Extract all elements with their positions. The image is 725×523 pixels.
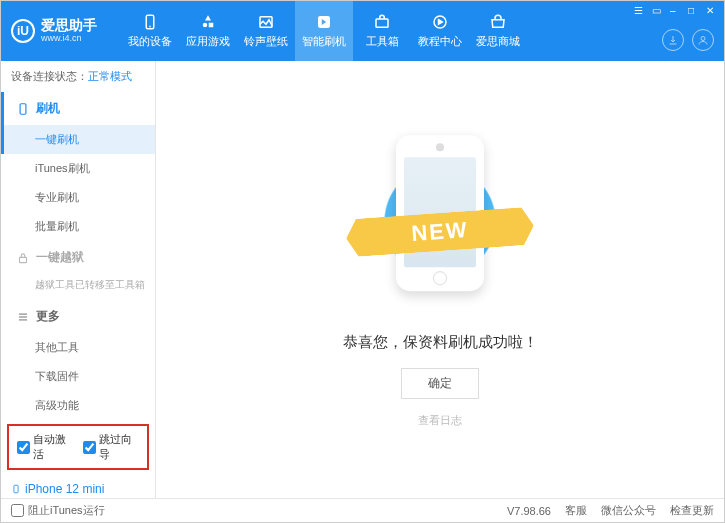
nav-apps[interactable]: 应用游戏 (179, 1, 237, 61)
phone-icon (11, 482, 21, 496)
minimize-icon[interactable]: – (670, 5, 682, 17)
nav-ringtone[interactable]: 铃声壁纸 (237, 1, 295, 61)
main-content: NEW 恭喜您，保资料刷机成功啦！ 确定 查看日志 (156, 61, 724, 498)
sidebar-item-batch[interactable]: 批量刷机 (1, 212, 155, 241)
nav-label: 工具箱 (366, 34, 399, 49)
menu-icon (16, 310, 30, 324)
app-title: 爱思助手 (41, 18, 97, 33)
nav-label: 铃声壁纸 (244, 34, 288, 49)
skin-icon[interactable]: ▭ (652, 5, 664, 17)
options-highlight: 自动激活 跳过向导 (7, 424, 149, 470)
logo: iU 爱思助手 www.i4.cn (1, 18, 121, 43)
window-controls: ☰ ▭ – □ ✕ (634, 5, 718, 17)
app-url: www.i4.cn (41, 34, 97, 44)
phone-icon (141, 13, 159, 31)
app-header: iU 爱思助手 www.i4.cn 我的设备 应用游戏 铃声壁纸 智能刷机 工具… (1, 1, 724, 61)
maximize-icon[interactable]: □ (688, 5, 700, 17)
svg-point-8 (701, 37, 705, 41)
section-label: 刷机 (36, 100, 60, 117)
sidebar-item-other[interactable]: 其他工具 (1, 333, 155, 362)
lock-icon (16, 251, 30, 265)
phone-icon (16, 102, 30, 116)
block-itunes-checkbox[interactable]: 阻止iTunes运行 (11, 503, 105, 518)
section-label: 一键越狱 (36, 249, 84, 266)
svg-point-2 (203, 23, 208, 28)
nav-my-device[interactable]: 我的设备 (121, 1, 179, 61)
support-link[interactable]: 客服 (565, 503, 587, 518)
auto-activate-checkbox[interactable]: 自动激活 (17, 432, 73, 462)
svg-rect-9 (20, 103, 26, 114)
main-nav: 我的设备 应用游戏 铃声壁纸 智能刷机 工具箱 教程中心 爱思商城 (121, 1, 527, 61)
nav-tutorial[interactable]: 教程中心 (411, 1, 469, 61)
section-flash[interactable]: 刷机 (1, 92, 155, 125)
nav-toolbox[interactable]: 工具箱 (353, 1, 411, 61)
version-text: V7.98.66 (507, 505, 551, 517)
nav-label: 智能刷机 (302, 34, 346, 49)
footer: 阻止iTunes运行 V7.98.66 客服 微信公众号 检查更新 (1, 498, 724, 522)
close-icon[interactable]: ✕ (706, 5, 718, 17)
nav-store[interactable]: 爱思商城 (469, 1, 527, 61)
svg-rect-6 (376, 19, 388, 27)
sidebar: 设备连接状态：正常模式 刷机 一键刷机 iTunes刷机 专业刷机 批量刷机 一… (1, 61, 156, 498)
nav-flash[interactable]: 智能刷机 (295, 1, 353, 61)
apps-icon (199, 13, 217, 31)
logo-icon: iU (11, 19, 35, 43)
device-name-text: iPhone 12 mini (25, 482, 104, 496)
skip-guide-checkbox[interactable]: 跳过向导 (83, 432, 139, 462)
store-icon (489, 13, 507, 31)
wallpaper-icon (257, 13, 275, 31)
sidebar-item-oneclick[interactable]: 一键刷机 (1, 125, 155, 154)
sidebar-item-pro[interactable]: 专业刷机 (1, 183, 155, 212)
flash-icon (315, 13, 333, 31)
section-more[interactable]: 更多 (1, 300, 155, 333)
sidebar-item-itunes[interactable]: iTunes刷机 (1, 154, 155, 183)
user-button[interactable] (692, 29, 714, 51)
jailbreak-note: 越狱工具已转移至工具箱 (1, 274, 155, 300)
svg-rect-10 (20, 257, 27, 262)
nav-label: 我的设备 (128, 34, 172, 49)
download-button[interactable] (662, 29, 684, 51)
section-label: 更多 (36, 308, 60, 325)
sidebar-item-firmware[interactable]: 下载固件 (1, 362, 155, 391)
update-link[interactable]: 检查更新 (670, 503, 714, 518)
nav-label: 教程中心 (418, 34, 462, 49)
svg-rect-14 (14, 485, 18, 493)
tutorial-icon (431, 13, 449, 31)
sidebar-item-advanced[interactable]: 高级功能 (1, 391, 155, 420)
connection-status: 设备连接状态：正常模式 (1, 61, 155, 92)
ok-button[interactable]: 确定 (401, 368, 479, 399)
nav-label: 应用游戏 (186, 34, 230, 49)
success-illustration: NEW (370, 131, 510, 311)
toolbox-icon (373, 13, 391, 31)
device-info[interactable]: iPhone 12 mini 64GB Down-12mini-13,1 (1, 476, 155, 498)
view-log-link[interactable]: 查看日志 (418, 413, 462, 428)
section-jailbreak: 一键越狱 (1, 241, 155, 274)
nav-label: 爱思商城 (476, 34, 520, 49)
svg-rect-3 (209, 23, 214, 28)
menu-icon[interactable]: ☰ (634, 5, 646, 17)
wechat-link[interactable]: 微信公众号 (601, 503, 656, 518)
